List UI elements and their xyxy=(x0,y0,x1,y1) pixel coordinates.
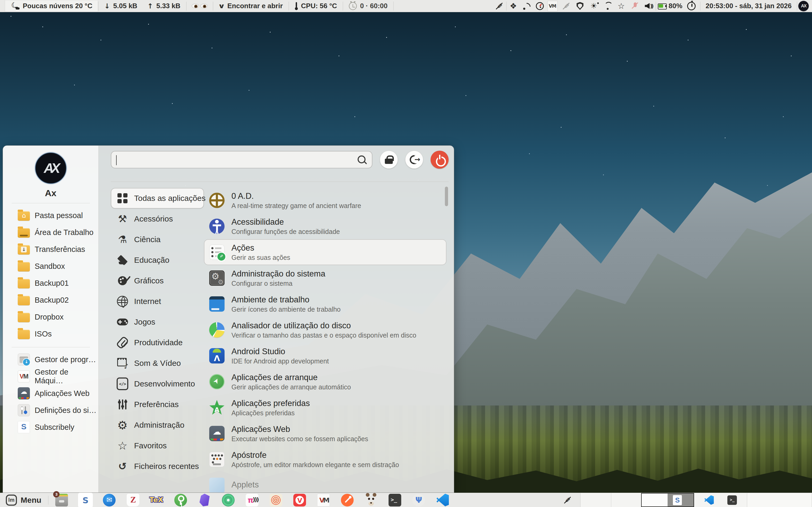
app-item[interactable]: Aplicações de arranque Gerir aplicações … xyxy=(204,369,447,395)
sidebar-shortcut-item[interactable]: Gestor de Máqui… xyxy=(3,368,98,385)
category-item[interactable]: Produtividade xyxy=(111,332,204,353)
sidebar-place-item[interactable]: ISOs xyxy=(3,325,98,342)
microphone-muted-icon[interactable] xyxy=(630,1,640,11)
app-item[interactable]: Ambiente de trabalho Gerir ícones do amb… xyxy=(204,291,447,317)
app-item[interactable]: Aplicações preferidas Aplicações preferi… xyxy=(204,395,447,420)
app-item[interactable]: Ações Gerir as suas ações xyxy=(204,239,447,265)
sidebar-place-item[interactable]: Backup02 xyxy=(3,292,98,308)
input-disabled-icon[interactable] xyxy=(561,1,571,11)
sidebar-shortcut-item[interactable]: Subscribely xyxy=(3,419,98,436)
lock-button[interactable] xyxy=(380,151,398,169)
category-item[interactable]: Internet xyxy=(111,291,204,312)
taskbar-launcher[interactable] xyxy=(246,494,258,506)
wifi-icon[interactable] xyxy=(603,1,613,11)
sidebar-shortcut-item[interactable]: Gestor de progr… xyxy=(3,351,98,368)
star-icon[interactable]: ☆ xyxy=(616,1,626,11)
app-item[interactable]: Apóstrofe Apóstrofe, um editor markdown … xyxy=(204,446,447,472)
app-icon xyxy=(209,374,224,389)
signal-icon[interactable] xyxy=(522,1,532,11)
scrollbar-thumb[interactable] xyxy=(445,187,448,206)
taskbar-launcher[interactable] xyxy=(79,494,92,506)
taskbar-launcher[interactable] xyxy=(269,494,282,506)
category-item[interactable]: Acessórios xyxy=(111,209,204,229)
network-speed-applet[interactable]: ↓ 5.05 kB ↑ 5.33 kB xyxy=(98,0,186,12)
category-item[interactable]: Todas as aplicações xyxy=(111,188,204,209)
kdeconnect-icon[interactable]: ❖ xyxy=(508,1,518,11)
app-item[interactable]: Analisador de utilização do disco Verifi… xyxy=(204,317,447,343)
category-item[interactable]: Desenvolvimento xyxy=(111,374,204,394)
app-item[interactable]: Aplicações Web Executar websites como se… xyxy=(204,420,447,446)
logout-button[interactable] xyxy=(405,151,423,169)
sidebar-place-item[interactable]: Backup01 xyxy=(3,275,98,292)
battery-icon[interactable] xyxy=(658,1,667,11)
shutdown-button[interactable] xyxy=(430,151,449,169)
taskbar-launcher[interactable] xyxy=(317,494,330,506)
sidebar-place-item[interactable]: Dropbox xyxy=(3,308,98,325)
app-item[interactable]: Acessibilidade Configurar funções de ace… xyxy=(204,213,447,239)
finder-applet[interactable]: ∨ Encontrar e abrir xyxy=(213,0,289,12)
sidebar-shortcut-item[interactable]: Definições do si… xyxy=(3,402,98,419)
redshift-sun-icon[interactable]: ☀ xyxy=(589,1,599,11)
category-item[interactable]: Ciência xyxy=(111,229,204,250)
taskbar-launcher[interactable] xyxy=(174,494,187,506)
category-item[interactable]: Favoritos xyxy=(111,435,204,456)
taskbar-launcher[interactable] xyxy=(365,494,377,506)
eye-icon xyxy=(201,4,208,8)
menu-button[interactable]: lm Menu xyxy=(0,493,48,507)
taskbar-launcher[interactable] xyxy=(151,494,163,506)
clock[interactable]: 20:53:00 - sáb, 31 jan 2026 xyxy=(700,2,797,10)
search-box[interactable] xyxy=(111,151,372,168)
category-item[interactable]: Administração xyxy=(111,415,204,435)
volume-icon[interactable] xyxy=(644,1,654,11)
taskbar: lm Menu 3 xyxy=(0,493,812,507)
app-item[interactable]: Applets xyxy=(204,472,447,493)
taskbar-launcher[interactable] xyxy=(389,494,401,506)
taskbar-launcher[interactable] xyxy=(127,494,139,506)
app-item[interactable]: Android Studio IDE for Android app devel… xyxy=(204,343,447,369)
category-label: Desenvolvimento xyxy=(134,379,195,388)
timer-applet[interactable]: 0 · 60:00 xyxy=(343,0,393,12)
taskbar-launcher[interactable] xyxy=(412,494,425,506)
stopwatch-icon[interactable] xyxy=(687,2,696,10)
category-item[interactable]: Jogos xyxy=(111,312,204,332)
app-item[interactable]: Administração do sistema Configurar o si… xyxy=(204,265,447,291)
category-item[interactable]: Som & Vídeo xyxy=(111,353,204,374)
stylus-disabled-icon[interactable] xyxy=(562,495,572,505)
virt-manager-tray-icon[interactable]: VM xyxy=(548,1,558,11)
app-name: Analisador de utilização do disco xyxy=(232,321,416,330)
taskbar-launcher[interactable] xyxy=(103,494,115,506)
app-item[interactable]: 0 A.D. A real-time strategy game of anci… xyxy=(204,187,447,213)
sidebar-place-item[interactable]: Transferências xyxy=(3,241,98,258)
eyes-applet[interactable] xyxy=(187,4,213,8)
taskbar-launcher[interactable]: 3 xyxy=(55,494,68,506)
category-list: Todas as aplicações Acessórios Ciência xyxy=(111,188,204,476)
cpu-temp-applet[interactable]: CPU: 56 °C xyxy=(289,0,343,12)
sidebar-shortcut-item[interactable]: Aplicações Web xyxy=(3,385,98,402)
weather-applet[interactable]: Poucas núvens 20 °C xyxy=(5,0,98,12)
category-icon xyxy=(117,254,128,266)
window-list-button[interactable] xyxy=(580,493,611,507)
taskbar-launcher[interactable] xyxy=(222,494,235,506)
taskbar-launcher[interactable] xyxy=(436,494,449,506)
category-item[interactable]: Ficheiros recentes xyxy=(111,456,204,476)
avatar[interactable]: AX xyxy=(35,153,66,184)
sidebar-place-item[interactable]: Área de Trabalho xyxy=(3,224,98,241)
window-list-button[interactable] xyxy=(694,493,747,507)
search-input[interactable] xyxy=(117,155,357,164)
category-item[interactable]: Gráficos xyxy=(111,270,204,291)
sidebar-place-item[interactable]: Pasta pessoal xyxy=(3,207,98,224)
gauge-needle-icon[interactable] xyxy=(536,2,544,10)
sidebar-place-item[interactable]: Sandbox xyxy=(3,258,98,275)
window-list-button[interactable] xyxy=(747,493,812,507)
category-item[interactable]: Preferências xyxy=(111,394,204,415)
window-list-button[interactable] xyxy=(611,493,641,507)
taskbar-launcher[interactable] xyxy=(198,494,211,506)
window-list-button[interactable] xyxy=(641,493,694,507)
lock-icon xyxy=(385,156,393,164)
user-avatar[interactable]: AX xyxy=(798,1,809,11)
taskbar-launcher[interactable] xyxy=(293,494,306,506)
shield-icon[interactable] xyxy=(575,1,585,11)
stylus-disabled-icon[interactable] xyxy=(494,1,504,11)
category-item[interactable]: Educação xyxy=(111,250,204,270)
taskbar-launcher[interactable] xyxy=(341,494,354,506)
